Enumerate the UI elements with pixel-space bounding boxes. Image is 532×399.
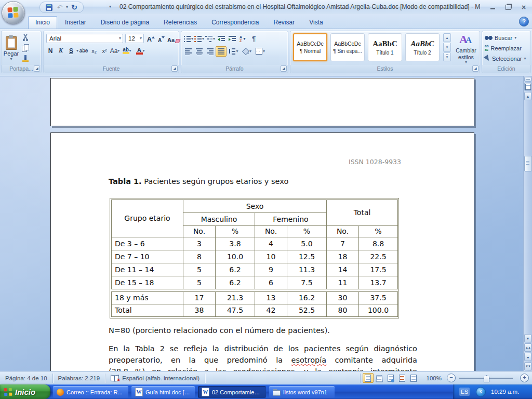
sort-button[interactable]: AZ ▼ (237, 34, 248, 44)
header-femenino[interactable]: Femenino (255, 213, 327, 226)
tab-inicio[interactable]: Inicio (28, 16, 57, 29)
minimize-button[interactable] (488, 4, 497, 11)
draft-view-button[interactable] (408, 373, 419, 383)
styles-scroll-up[interactable]: ▲ (443, 33, 451, 42)
table-cell[interactable]: 10.0 (216, 250, 255, 263)
styles-gallery-expand[interactable]: ▼ (443, 52, 451, 61)
zoom-in-button[interactable]: + (520, 374, 529, 382)
justify-button[interactable] (216, 46, 227, 57)
taskbar-clock[interactable]: 10:29 a.m. (491, 389, 519, 395)
header-total[interactable]: Total (327, 200, 398, 226)
table-cell[interactable]: 12.5 (287, 250, 327, 263)
styles-dialog-launcher[interactable]: ◢ (472, 65, 478, 72)
header-sexo[interactable]: Sexo (183, 200, 327, 213)
taskbar-item-listos-word[interactable]: listos word v97n1 (269, 386, 335, 398)
taskbar-item-comportamiento[interactable]: W 02 Comportamiento q... (198, 386, 266, 398)
scroll-down-button[interactable]: ▼ (524, 334, 531, 342)
grow-font-button[interactable]: A (146, 33, 156, 43)
table-cell[interactable]: 5 (183, 263, 216, 276)
select-browse-object-button[interactable]: ● (524, 353, 531, 361)
bullets-button[interactable]: ▾ (183, 34, 194, 44)
header-grupo-etario[interactable]: Grupo etario (112, 200, 183, 237)
header-no[interactable]: No. (255, 226, 287, 237)
multilevel-list-button[interactable]: ▾ (205, 34, 216, 44)
style-card-titulo-1[interactable]: AaBbC Título 1 (368, 33, 402, 61)
tab-revisar[interactable]: Revisar (267, 17, 302, 29)
table-cell[interactable]: 17 (183, 292, 216, 304)
table-cell[interactable]: 13.7 (359, 276, 398, 289)
table-cell[interactable]: 10 (255, 250, 287, 263)
table-cell[interactable]: 80 (327, 304, 359, 317)
table-cell[interactable]: 18 (327, 250, 359, 263)
zoom-slider-track[interactable] (459, 378, 513, 379)
save-button[interactable] (44, 3, 54, 11)
tab-vista[interactable]: Vista (302, 17, 329, 29)
close-button[interactable]: × (520, 4, 528, 11)
tab-correspondencia[interactable]: Correspondencia (205, 17, 265, 29)
subscript-button[interactable]: x₂ (89, 46, 99, 56)
line-spacing-button[interactable]: ▾ (227, 46, 240, 57)
table-cell[interactable]: 11 (327, 276, 359, 289)
table-cell[interactable]: 30 (327, 292, 359, 304)
table-cell[interactable]: 38 (183, 304, 216, 317)
shading-button[interactable]: ▾ (240, 46, 254, 57)
taskbar-item-correo[interactable]: Correo :: Entrada: R... (53, 386, 128, 398)
format-painter-button[interactable] (20, 54, 30, 63)
find-button[interactable]: Buscar ▾ (485, 33, 516, 42)
align-left-button[interactable] (183, 46, 194, 57)
table-cell[interactable]: 13 (255, 292, 287, 304)
header-pct[interactable]: % (287, 226, 327, 237)
table-cell[interactable]: Total (112, 304, 183, 317)
table-cell[interactable]: 17.5 (359, 263, 398, 276)
shrink-font-button[interactable]: A (156, 33, 166, 43)
zoom-out-button[interactable]: – (447, 374, 456, 382)
table-cell[interactable]: De 11 – 14 (112, 263, 183, 276)
table-cell[interactable]: 21.3 (216, 292, 255, 304)
redo-button[interactable]: ↻ (70, 3, 79, 11)
scroll-track[interactable] (524, 101, 532, 334)
header-pct[interactable]: % (359, 226, 398, 237)
align-center-button[interactable] (194, 46, 205, 57)
table-cell[interactable]: 4 (255, 237, 287, 250)
tab-diseno-de-pagina[interactable]: Diseño de página (94, 17, 156, 29)
hide-icons-button[interactable]: ‹ (476, 387, 486, 397)
page-current[interactable]: ISSN 1028-9933 Tabla 1. Pacientes según … (50, 132, 474, 371)
bold-button[interactable]: N (45, 46, 56, 56)
spellcheck-status[interactable]: × Español (alfab. internacional) (105, 374, 205, 383)
font-size-combo[interactable]: 12▾ (125, 34, 144, 43)
outline-view-button[interactable] (397, 373, 408, 383)
clipboard-dialog-launcher[interactable]: ◢ (34, 65, 40, 72)
page-previous[interactable] (50, 78, 474, 126)
header-masculino[interactable]: Masculino (183, 213, 255, 226)
replace-button[interactable]: abac Reemplazar (485, 44, 522, 52)
table-cell[interactable]: 8.8 (359, 237, 398, 250)
style-card-normal[interactable]: AaBbCcDc ¶ Normal (293, 33, 327, 61)
style-card-sin-espaciado[interactable]: AaBbCcDc ¶ Sin espa... (330, 33, 365, 61)
styles-scroll-down[interactable]: ▼ (443, 43, 451, 51)
page-indicator[interactable]: Página: 4 de 10 (0, 374, 53, 383)
highlight-button[interactable]: ab ▾ (120, 46, 134, 56)
split-handle[interactable] (524, 77, 531, 82)
strikethrough-button[interactable]: abe (78, 46, 89, 56)
web-layout-view-button[interactable] (385, 373, 396, 383)
table-cell[interactable]: 3.8 (216, 237, 255, 250)
change-case-button[interactable]: Aa▾ (110, 46, 120, 56)
font-color-button[interactable]: A ▾ (134, 46, 147, 56)
fullscreen-reading-view-button[interactable] (374, 373, 385, 383)
scroll-up-button[interactable]: ▲ (524, 92, 531, 100)
taskbar-item-guia-html[interactable]: W Guía html.doc [Modo ... (131, 386, 195, 398)
next-page-button[interactable]: ▼▼ (524, 362, 531, 370)
header-no[interactable]: No. (183, 226, 216, 237)
change-styles-button[interactable]: AA Cambiar estilos ▾ (453, 33, 480, 65)
table-cell[interactable]: 3 (183, 237, 216, 250)
table-cell[interactable]: 37.5 (359, 292, 398, 304)
ruler-toggle-button[interactable] (524, 83, 531, 91)
paragraph-dialog-launcher[interactable]: ◢ (281, 65, 287, 72)
font-name-combo[interactable]: Arial▾ (46, 34, 123, 43)
paste-button[interactable]: Pegar ▾ (3, 33, 19, 65)
copy-button[interactable] (20, 43, 30, 52)
table-cell[interactable]: 6.2 (216, 276, 255, 289)
table-cell[interactable]: 52.5 (287, 304, 327, 317)
table-cell[interactable]: 5.0 (287, 237, 327, 250)
help-button[interactable]: ? (519, 17, 529, 26)
